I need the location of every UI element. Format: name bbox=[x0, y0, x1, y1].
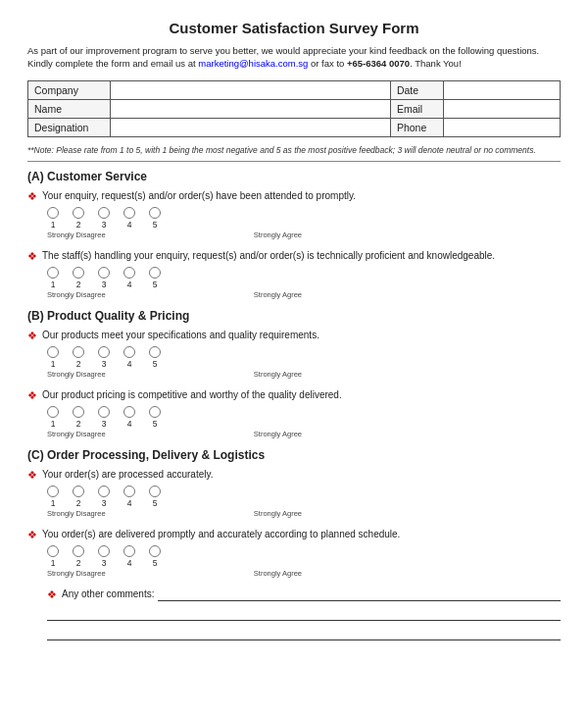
radio-item-5[interactable]: 5 bbox=[149, 545, 161, 568]
radio-3[interactable] bbox=[98, 207, 110, 219]
radio-1[interactable] bbox=[47, 346, 59, 358]
radio-5[interactable] bbox=[149, 406, 161, 418]
radio-3[interactable] bbox=[98, 545, 110, 557]
radio-item-1[interactable]: 1 bbox=[47, 346, 59, 369]
radio-2[interactable] bbox=[73, 267, 84, 279]
radio-item-2[interactable]: 2 bbox=[73, 207, 84, 230]
radio-1[interactable] bbox=[47, 545, 59, 557]
radio-item-1[interactable]: 1 bbox=[47, 406, 59, 429]
radio-item-3[interactable]: 3 bbox=[98, 406, 110, 429]
radio-5[interactable] bbox=[149, 207, 161, 219]
diamond-icon: ❖ bbox=[27, 190, 37, 203]
radio-item-3[interactable]: 3 bbox=[98, 486, 110, 508]
radio-2[interactable] bbox=[73, 486, 84, 497]
radio-4[interactable] bbox=[123, 545, 135, 557]
radio-group-B-1: 12345 bbox=[47, 346, 561, 369]
radio-5[interactable] bbox=[149, 545, 161, 557]
name-field[interactable] bbox=[110, 99, 390, 118]
radio-item-1[interactable]: 1 bbox=[47, 486, 59, 508]
scale-low-label: Strongly Disagree bbox=[47, 509, 106, 518]
radio-item-3[interactable]: 3 bbox=[98, 545, 110, 568]
page-title: Customer Satisfaction Survey Form bbox=[27, 20, 561, 36]
radio-3[interactable] bbox=[98, 406, 110, 418]
radio-item-4[interactable]: 4 bbox=[123, 545, 135, 568]
radio-2[interactable] bbox=[73, 207, 84, 219]
radio-label-3: 3 bbox=[102, 419, 107, 429]
scale-labels: Strongly DisagreeStrongly Agree bbox=[47, 569, 302, 578]
radio-5[interactable] bbox=[149, 486, 161, 497]
radio-4[interactable] bbox=[123, 486, 135, 497]
scale-high-label: Strongly Agree bbox=[254, 509, 302, 518]
radio-item-1[interactable]: 1 bbox=[47, 267, 59, 289]
radio-item-4[interactable]: 4 bbox=[123, 486, 135, 508]
radio-label-1: 1 bbox=[51, 419, 56, 429]
radio-1[interactable] bbox=[47, 267, 59, 279]
radio-item-3[interactable]: 3 bbox=[98, 267, 110, 289]
radio-4[interactable] bbox=[123, 346, 135, 358]
radio-2[interactable] bbox=[73, 545, 84, 557]
email-field[interactable] bbox=[443, 99, 560, 118]
radio-item-4[interactable]: 4 bbox=[123, 406, 135, 429]
radio-4[interactable] bbox=[123, 207, 135, 219]
radio-item-2[interactable]: 2 bbox=[73, 346, 84, 369]
radio-item-2[interactable]: 2 bbox=[73, 486, 84, 508]
company-field[interactable] bbox=[110, 80, 390, 99]
radio-label-5: 5 bbox=[153, 419, 158, 429]
radio-label-4: 4 bbox=[127, 359, 132, 369]
radio-item-4[interactable]: 4 bbox=[123, 346, 135, 369]
radio-item-5[interactable]: 5 bbox=[149, 207, 161, 230]
radio-5[interactable] bbox=[149, 267, 161, 279]
radio-3[interactable] bbox=[98, 346, 110, 358]
date-field[interactable] bbox=[443, 80, 560, 99]
radio-item-4[interactable]: 4 bbox=[123, 207, 135, 230]
question-text-B-2: Our product pricing is competitive and w… bbox=[42, 388, 561, 402]
comments-block: ❖ Any other comments: bbox=[27, 588, 561, 640]
radio-1[interactable] bbox=[47, 207, 59, 219]
radio-group-C-1: 12345 bbox=[47, 486, 561, 508]
radio-item-3[interactable]: 3 bbox=[98, 207, 110, 230]
radio-label-3: 3 bbox=[102, 220, 107, 230]
email-link[interactable]: marketing@hisaka.com.sg bbox=[198, 58, 308, 69]
radio-2[interactable] bbox=[73, 346, 84, 358]
question-C-2: ❖You order(s) are delivered promptly and… bbox=[27, 528, 561, 578]
radio-label-2: 2 bbox=[76, 220, 81, 230]
radio-item-2[interactable]: 2 bbox=[73, 267, 84, 289]
comments-field[interactable] bbox=[158, 588, 561, 601]
question-text-A-2: The staff(s) handling your enquiry, requ… bbox=[42, 249, 561, 263]
designation-field[interactable] bbox=[110, 118, 390, 136]
radio-2[interactable] bbox=[73, 406, 84, 418]
diamond-icon: ❖ bbox=[27, 330, 37, 342]
radio-4[interactable] bbox=[123, 406, 135, 418]
radio-3[interactable] bbox=[98, 486, 110, 497]
radio-item-2[interactable]: 2 bbox=[73, 406, 84, 429]
info-table: Company Date Name Email Designation Phon… bbox=[27, 80, 561, 137]
phone-field[interactable] bbox=[443, 118, 560, 136]
section-C: (C) Order Processing, Delivery & Logisti… bbox=[27, 448, 561, 578]
radio-item-5[interactable]: 5 bbox=[149, 486, 161, 508]
radio-4[interactable] bbox=[123, 267, 135, 279]
radio-item-3[interactable]: 3 bbox=[98, 346, 110, 369]
radio-item-5[interactable]: 5 bbox=[149, 267, 161, 289]
radio-label-4: 4 bbox=[127, 558, 132, 568]
radio-item-5[interactable]: 5 bbox=[149, 406, 161, 429]
scale-labels: Strongly DisagreeStrongly Agree bbox=[47, 509, 302, 518]
radio-1[interactable] bbox=[47, 406, 59, 418]
question-B-1: ❖Our products meet your specifications a… bbox=[27, 329, 561, 379]
radio-group-A-2: 12345 bbox=[47, 267, 561, 289]
section-B-title: (B) Product Quality & Pricing bbox=[27, 309, 561, 323]
radio-item-4[interactable]: 4 bbox=[123, 267, 135, 289]
radio-item-1[interactable]: 1 bbox=[47, 545, 59, 568]
radio-5[interactable] bbox=[149, 346, 161, 358]
scale-low-label: Strongly Disagree bbox=[47, 230, 106, 239]
radio-label-3: 3 bbox=[102, 359, 107, 369]
question-text-C-2: You order(s) are delivered promptly and … bbox=[42, 528, 561, 541]
name-label: Name bbox=[28, 99, 111, 118]
radio-item-2[interactable]: 2 bbox=[73, 545, 84, 568]
diamond-icon: ❖ bbox=[27, 389, 37, 402]
radio-label-4: 4 bbox=[127, 498, 132, 508]
radio-1[interactable] bbox=[47, 486, 59, 497]
radio-item-5[interactable]: 5 bbox=[149, 346, 161, 369]
radio-label-5: 5 bbox=[153, 498, 158, 508]
radio-item-1[interactable]: 1 bbox=[47, 207, 59, 230]
radio-3[interactable] bbox=[98, 267, 110, 279]
